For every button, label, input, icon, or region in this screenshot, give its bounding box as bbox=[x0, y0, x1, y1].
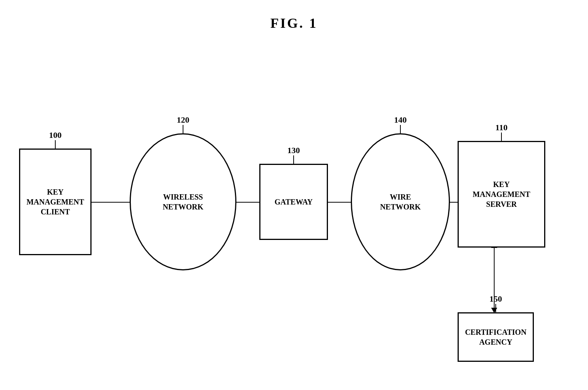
ca-id: 150 bbox=[490, 294, 502, 304]
wirenet-ellipse: WIRENETWORK bbox=[351, 133, 450, 270]
gw-id: 130 bbox=[288, 145, 300, 155]
wn-label: WIRELESSNETWORK bbox=[163, 192, 204, 212]
kms-id-line bbox=[501, 133, 502, 141]
gw-label: GATEWAY bbox=[275, 197, 313, 207]
kmc-id-line bbox=[55, 140, 56, 149]
diagram-container: 100 KEYMANAGEMENTCLIENT 120 WIRELESSNETW… bbox=[0, 53, 588, 366]
wn-id-line bbox=[183, 125, 183, 133]
page-title: FIG. 1 bbox=[0, 0, 588, 31]
kms-box: KEYMANAGEMENTSERVER bbox=[458, 141, 545, 248]
kmc-id: 100 bbox=[49, 130, 62, 140]
wire-network-component: 140 WIRENETWORK bbox=[351, 133, 450, 270]
wn-id: 120 bbox=[177, 115, 190, 125]
wirenet-id-line bbox=[400, 125, 401, 133]
kmc-component: 100 KEYMANAGEMENTCLIENT bbox=[19, 149, 92, 255]
wireless-network-component: 120 WIRELESSNETWORK bbox=[130, 133, 236, 270]
ca-id-line bbox=[495, 304, 496, 312]
kmc-box: KEYMANAGEMENTCLIENT bbox=[19, 149, 92, 255]
gw-id-line bbox=[293, 155, 294, 164]
ca-label: CERTIFICATIONAGENCY bbox=[465, 327, 526, 347]
kms-id: 110 bbox=[495, 123, 508, 133]
gateway-component: 130 GATEWAY bbox=[259, 164, 328, 240]
wirenet-id: 140 bbox=[394, 115, 407, 125]
wn-ellipse: WIRELESSNETWORK bbox=[130, 133, 236, 270]
ca-component: 150 CERTIFICATIONAGENCY bbox=[458, 312, 534, 362]
kms-component: 110 KEYMANAGEMENTSERVER bbox=[458, 141, 545, 248]
wirenet-label: WIRENETWORK bbox=[380, 192, 421, 212]
ca-box: CERTIFICATIONAGENCY bbox=[458, 312, 534, 362]
gw-box: GATEWAY bbox=[259, 164, 328, 240]
kms-label: KEYMANAGEMENTSERVER bbox=[472, 179, 530, 209]
kmc-label: KEYMANAGEMENTCLIENT bbox=[26, 187, 84, 217]
